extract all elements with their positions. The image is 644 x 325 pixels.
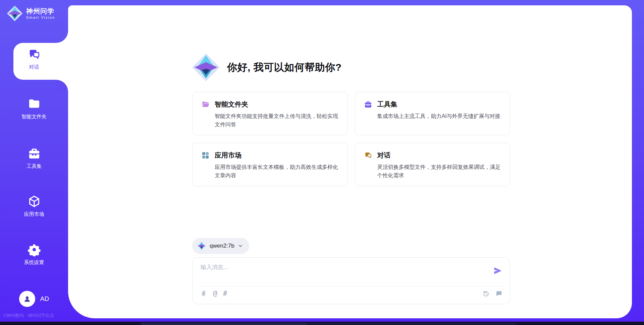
sidebar-footer-credit: ©神州数码 · 神州问学出品 bbox=[3, 313, 54, 319]
sidebar-item-label: 工具集 bbox=[26, 163, 42, 170]
user-initials: AD bbox=[40, 295, 49, 303]
tab-fillet-top bbox=[56, 31, 68, 43]
bottom-taskbar-strip bbox=[0, 322, 644, 325]
sidebar-item-label: 对话 bbox=[29, 64, 39, 70]
topic-button[interactable]: # bbox=[223, 290, 227, 297]
person-icon bbox=[23, 295, 32, 303]
paperclip-icon bbox=[200, 290, 207, 297]
card-description: 应用市场提供丰富长文本模板，助力高效生成多样化文章内容 bbox=[215, 163, 339, 180]
brand-subtitle: Smart Vision bbox=[26, 15, 55, 19]
attach-button[interactable] bbox=[200, 290, 207, 297]
main-content: 你好, 我可以如何帮助你? 智能文件夹 智能文件夹功能支持批量文件上传与清洗，轻… bbox=[68, 5, 632, 318]
gear-icon bbox=[28, 243, 41, 256]
send-button[interactable] bbox=[492, 266, 502, 276]
user-profile[interactable]: AD bbox=[0, 291, 68, 307]
greeting-diamond-icon bbox=[192, 53, 220, 82]
composer-tools-left: @ # bbox=[200, 290, 227, 297]
model-diamond-icon bbox=[197, 241, 206, 251]
folder-open-icon bbox=[201, 100, 210, 109]
card-smart-folder[interactable]: 智能文件夹 智能文件夹功能支持批量文件上传与清洗，轻松实现文件问答 bbox=[192, 92, 348, 135]
sidebar-item-label: 系统设置 bbox=[24, 259, 44, 266]
card-title: 应用市场 bbox=[215, 151, 241, 160]
grid-icon bbox=[201, 151, 210, 159]
composer-divider bbox=[199, 286, 504, 286]
at-icon: @ bbox=[213, 290, 217, 297]
brand-diamond-icon bbox=[7, 5, 23, 21]
model-name: qwen2:7b bbox=[210, 243, 234, 249]
brand-logo: 神州问学 Smart Vision bbox=[7, 5, 55, 21]
feature-cards: 智能文件夹 智能文件夹功能支持批量文件上传与清洗，轻松实现文件问答 工具集 集成… bbox=[192, 92, 510, 186]
sidebar: 神州问学 Smart Vision 对话 智能文件夹 工具集 应用市场 bbox=[0, 0, 68, 325]
chevron-down-icon bbox=[238, 243, 243, 249]
message-composer: @ # bbox=[192, 257, 510, 304]
sidebar-item-toolset[interactable]: 工具集 bbox=[0, 147, 68, 170]
card-title: 工具集 bbox=[377, 100, 397, 109]
greeting: 你好, 我可以如何帮助你? bbox=[192, 53, 342, 82]
mention-button[interactable]: @ bbox=[213, 290, 217, 297]
cube-icon bbox=[28, 195, 41, 208]
message-input[interactable] bbox=[200, 264, 476, 271]
card-title: 智能文件夹 bbox=[215, 100, 248, 109]
chat-bubble-icon bbox=[495, 290, 502, 297]
card-toolset[interactable]: 工具集 集成市场上主流工具，助力AI与外界无缝扩展与对接 bbox=[355, 92, 511, 135]
composer-tools-right bbox=[482, 290, 502, 297]
chat-bubble-button[interactable] bbox=[495, 290, 502, 297]
toolbox-icon bbox=[28, 147, 41, 160]
chat-bubbles-icon bbox=[28, 48, 41, 61]
brand-name: 神州问学 bbox=[26, 7, 55, 15]
sidebar-item-settings[interactable]: 系统设置 bbox=[0, 243, 68, 266]
card-description: 集成市场上主流工具，助力AI与外界无缝扩展与对接 bbox=[377, 112, 501, 121]
greeting-title: 你好, 我可以如何帮助你? bbox=[227, 61, 342, 74]
card-title: 对话 bbox=[377, 151, 391, 160]
model-selector[interactable]: qwen2:7b bbox=[192, 238, 249, 254]
card-app-market[interactable]: 应用市场 应用市场提供丰富长文本模板，助力高效生成多样化文章内容 bbox=[192, 143, 348, 186]
sidebar-item-label: 智能文件夹 bbox=[21, 114, 47, 120]
folder-icon bbox=[28, 97, 41, 111]
sidebar-item-smart-folder[interactable]: 智能文件夹 bbox=[0, 97, 68, 120]
sidebar-item-chat[interactable]: 对话 bbox=[0, 48, 68, 70]
card-description: 智能文件夹功能支持批量文件上传与清洗，轻松实现文件问答 bbox=[215, 112, 339, 129]
card-chat[interactable]: 对话 灵活切换多模型文件，支持多样回复效果调试，满足个性化需求 bbox=[355, 143, 511, 186]
sidebar-item-label: 应用市场 bbox=[24, 211, 44, 217]
tab-fillet-bottom bbox=[56, 80, 68, 92]
history-icon bbox=[482, 290, 490, 297]
sidebar-item-app-market[interactable]: 应用市场 bbox=[0, 195, 68, 217]
briefcase-icon bbox=[364, 100, 372, 109]
send-icon bbox=[493, 266, 502, 276]
hash-icon: # bbox=[223, 290, 227, 297]
avatar[interactable] bbox=[19, 291, 35, 307]
chat-bubbles-icon bbox=[364, 151, 372, 159]
history-button[interactable] bbox=[482, 290, 490, 297]
card-description: 灵活切换多模型文件，支持多样回复效果调试，满足个性化需求 bbox=[377, 163, 501, 180]
